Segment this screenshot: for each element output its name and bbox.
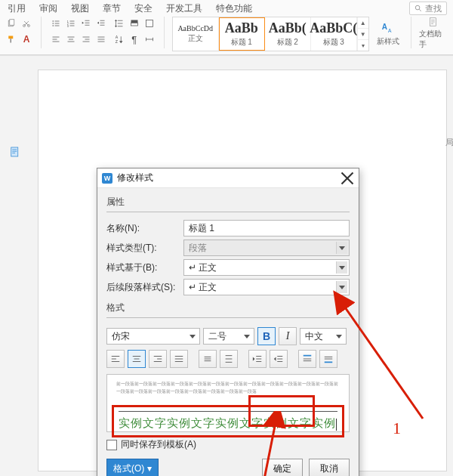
close-button[interactable] <box>341 172 354 184</box>
preview-tiny-text: 前一段落前一段落前一段落前一段落前一段落前一段落前一段落前一段落前一段落前一段落… <box>116 381 340 395</box>
border-icon[interactable] <box>143 17 156 30</box>
tab-stops-icon[interactable] <box>143 32 156 46</box>
save-to-template-row[interactable]: 同时保存到模板(A) <box>106 438 350 451</box>
para-after-button[interactable] <box>319 350 337 368</box>
new-style-icon: AA <box>381 20 396 35</box>
style-cell-heading2[interactable]: AaBb( 标题 2 <box>265 17 311 51</box>
gallery-expand-icon[interactable]: ▾ <box>358 40 368 51</box>
font-a-icon[interactable]: A <box>20 32 33 46</box>
sort-icon[interactable]: AZ <box>112 32 126 46</box>
language-dropdown[interactable]: 中文 <box>300 328 347 345</box>
tab-security[interactable]: 安全 <box>131 2 156 15</box>
side-tag: 局 <box>444 131 453 133</box>
based-on-value: ↵ 正文 <box>189 261 217 274</box>
style-sample: AaBb( <box>269 20 307 36</box>
ribbon-separator <box>41 17 42 48</box>
indent-dec-button[interactable] <box>248 350 267 368</box>
tab-review[interactable]: 审阅 <box>36 2 60 15</box>
align-left-button[interactable] <box>106 350 125 368</box>
align-right-icon[interactable] <box>79 32 93 46</box>
svg-text:Z: Z <box>116 39 119 44</box>
align-left-icon[interactable] <box>49 32 63 46</box>
style-preview: 前一段落前一段落前一段落前一段落前一段落前一段落前一段落前一段落前一段落前一段落… <box>106 374 350 432</box>
style-cell-heading1[interactable]: AaBb 标题 1 <box>219 17 265 51</box>
ribbon-tabs: 引用 审阅 视图 章节 安全 开发工具 特色功能 查找 <box>0 0 453 15</box>
ribbon-group-clipboard: A <box>5 17 33 46</box>
style-cell-heading3[interactable]: AaBbC( 标题 3 <box>311 17 357 51</box>
style-gallery-scroll[interactable]: ▲ ▼ ▾ <box>357 17 368 51</box>
scroll-up-icon[interactable]: ▲ <box>358 17 368 29</box>
line-spacing-icon[interactable] <box>112 17 126 30</box>
chevron-down-icon[interactable] <box>187 330 198 342</box>
format-menu-button[interactable]: 格式(O) ▾ <box>106 459 159 476</box>
tab-chapter[interactable]: 章节 <box>100 2 124 15</box>
scroll-down-icon[interactable]: ▼ <box>358 29 368 40</box>
align-justify-icon[interactable] <box>94 32 108 46</box>
indent-icon[interactable] <box>94 17 108 30</box>
linespace-tight-button[interactable] <box>199 350 217 368</box>
style-gallery[interactable]: AaBbCcDd 正文 AaBb 标题 1 AaBb( 标题 2 AaBbC( … <box>172 17 369 51</box>
chevron-down-icon[interactable] <box>336 281 347 293</box>
chevron-down-icon[interactable] <box>336 261 347 274</box>
section-properties: 属性 <box>106 196 350 209</box>
language-value: 中文 <box>305 330 323 343</box>
svg-rect-6 <box>8 36 13 39</box>
italic-button[interactable]: I <box>279 327 297 345</box>
copy-icon[interactable] <box>5 17 18 30</box>
tab-developer[interactable]: 开发工具 <box>163 2 205 15</box>
shading-icon[interactable] <box>128 17 141 30</box>
cut-icon[interactable] <box>20 17 33 30</box>
align-center-button[interactable] <box>128 350 146 368</box>
ribbon-group-spacing: AZ ¶ <box>112 17 156 46</box>
paint-icon[interactable] <box>5 32 18 46</box>
outdent-icon[interactable] <box>79 17 93 30</box>
cancel-button[interactable]: 取消 <box>309 459 350 476</box>
svg-text:3: 3 <box>67 25 69 28</box>
numbering-icon[interactable]: 123 <box>64 17 78 30</box>
svg-point-10 <box>52 25 54 26</box>
ribbon: 引用 审阅 视图 章节 安全 开发工具 特色功能 查找 A <box>0 0 453 55</box>
para-before-button[interactable] <box>298 350 316 368</box>
align-center-icon[interactable] <box>64 32 78 46</box>
format-frame: 仿宋 二号 B I 中文 <box>106 317 350 432</box>
following-dropdown[interactable]: ↵ 正文 <box>183 279 350 295</box>
tab-references[interactable]: 引用 <box>5 2 29 15</box>
name-field[interactable]: 标题 1 <box>183 220 350 236</box>
search-placeholder: 查找 <box>425 3 442 14</box>
type-dropdown: 段落 <box>183 240 350 256</box>
align-justify-button[interactable] <box>170 350 188 368</box>
section-format: 格式 <box>106 301 350 314</box>
chevron-down-icon[interactable] <box>242 330 252 342</box>
nav-pane-icon[interactable] <box>11 147 20 157</box>
align-right-button[interactable] <box>149 350 167 368</box>
doc-assist-button[interactable]: 文档助手 <box>419 17 448 50</box>
type-label: 样式类型(T): <box>106 242 179 255</box>
style-cell-body[interactable]: AaBbCcDd 正文 <box>173 17 219 51</box>
based-on-dropdown[interactable]: ↵ 正文 <box>183 259 350 276</box>
svg-rect-61 <box>11 147 18 156</box>
dialog-titlebar[interactable]: W 修改样式 <box>97 168 359 188</box>
svg-marker-23 <box>82 22 84 24</box>
bold-button[interactable]: B <box>257 327 276 345</box>
bullets-icon[interactable] <box>49 17 63 30</box>
linespace-loose-button[interactable] <box>220 350 238 368</box>
pilcrow-icon[interactable]: ¶ <box>128 32 141 46</box>
svg-rect-47 <box>146 20 153 27</box>
ok-button[interactable]: 确定 <box>262 459 303 476</box>
svg-marker-27 <box>97 22 99 24</box>
tab-special[interactable]: 特色功能 <box>213 2 255 15</box>
search-box[interactable]: 查找 <box>409 2 447 15</box>
svg-rect-45 <box>131 20 137 23</box>
indent-inc-button[interactable] <box>270 350 288 368</box>
svg-rect-7 <box>11 39 12 42</box>
save-to-template-checkbox[interactable] <box>106 440 117 450</box>
new-style-button[interactable]: AA 新样式 <box>374 17 403 50</box>
tab-view[interactable]: 视图 <box>68 2 92 15</box>
chevron-down-icon[interactable] <box>334 330 344 342</box>
search-icon <box>414 5 422 12</box>
annotation-highlight-preview: 实例文字实例文字实例文字实例文字实例 <box>112 405 344 437</box>
style-sample: AaBb <box>225 20 258 36</box>
font-size-dropdown[interactable]: 二号 <box>203 328 254 345</box>
ribbon-separator <box>411 17 411 48</box>
font-name-dropdown[interactable]: 仿宋 <box>106 328 200 345</box>
